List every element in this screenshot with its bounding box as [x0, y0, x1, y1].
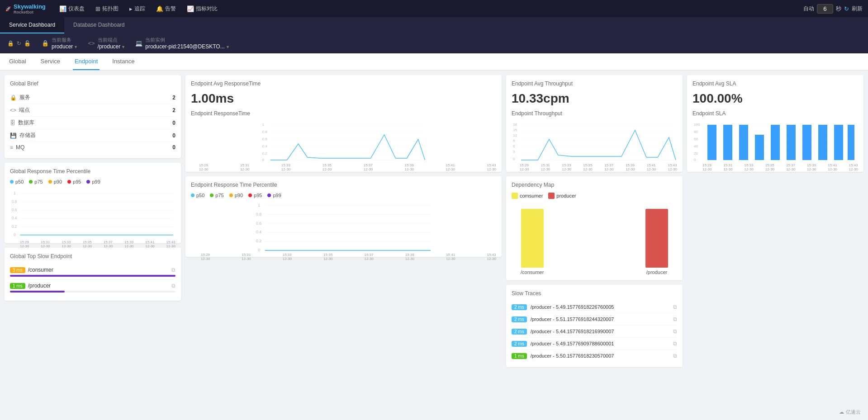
global-brief-card: Global Brief 🔒 服务 2 <> 端点 2 🗄 数据库 [5, 75, 181, 158]
tab-service[interactable]: Service [39, 53, 62, 70]
trace-name-2: /producer - 5.51.15776918244320007 [531, 316, 669, 322]
p75-dot [29, 180, 33, 184]
trace-ms-3: 2 ms [512, 329, 527, 335]
dep-producer-bar [645, 209, 668, 268]
ep-p50-dot [191, 193, 194, 197]
endpoint-sla-svg: 100 80 60 40 20 0 [693, 121, 858, 162]
tab-database-dashboard[interactable]: Database Dashboard [64, 17, 133, 33]
metrics-icon: 📈 [187, 5, 194, 12]
global-percentile-legend: p50 p75 p90 p95 p99 [10, 179, 175, 184]
endpoint-chevron-icon: ▾ [122, 44, 124, 49]
ep-legend-p90: p90 [229, 193, 243, 198]
endpoint-value[interactable]: /producer ▾ [98, 43, 125, 50]
slow-ep-consumer-bar [10, 275, 175, 277]
sla-bar-4 [755, 135, 764, 160]
nav-dashboard[interactable]: 📊 仪表盘 [55, 3, 89, 14]
lock-selector: 🔒 ↻ 🔓 [7, 40, 31, 47]
dep-consumer-name: /consumer [521, 269, 544, 275]
legend-p90: p90 [48, 179, 62, 184]
tab-instance[interactable]: Instance [110, 53, 136, 70]
brief-row-service: 🔒 服务 2 [10, 91, 175, 104]
nav-trace[interactable]: ▸ 追踪 [125, 3, 150, 14]
sla-panel: Endpoint Avg SLA 100.00% Endpoint SLA 10… [687, 75, 863, 367]
nav-metrics[interactable]: 📈 指标对比 [182, 3, 222, 14]
dep-consumer-group: /consumer [521, 209, 544, 275]
trace-row-2: 2 ms /producer - 5.51.15776918244320007 … [512, 313, 677, 326]
legend-p50: p50 [10, 179, 24, 184]
service-value-text: producer [52, 43, 73, 50]
ep-p99-label: p99 [273, 193, 281, 198]
sla-bar-6 [787, 125, 796, 160]
trace-copy-1[interactable]: ⧉ [673, 304, 677, 310]
mq-icon: ≡ [10, 144, 13, 151]
endpoint-throughput-chart-title: Endpoint Throughput [512, 110, 677, 117]
top-navigation: 🚀 Skywalking Rocketbot 📊 仪表盘 ⊞ 拓扑图 ▸ 追踪 … [0, 0, 868, 17]
svg-text:0.4: 0.4 [12, 216, 17, 220]
svg-text:1: 1 [14, 191, 16, 195]
global-top-slow-card: Global Top Slow Endpoint 3 ms /consumer … [5, 248, 181, 301]
dep-producer-group: /producer [645, 209, 668, 275]
ep-p90-label: p90 [235, 193, 243, 198]
dep-producer-box [548, 193, 555, 199]
brand-sub: Rocketbot [14, 10, 46, 14]
slow-ep-consumer-copy-icon[interactable]: ⧉ [171, 267, 175, 273]
endpoint-avg-response-title: Endpoint Avg ResponseTime [191, 80, 496, 87]
endpoint-response-svg: 1 0.8 0.6 0.4 0.2 0 [191, 121, 496, 162]
alert-icon: 🔔 [156, 5, 163, 12]
trace-copy-5[interactable]: ⧉ [673, 353, 677, 359]
svg-text:0.6: 0.6 [256, 221, 261, 226]
brief-storage-label: 存储器 [19, 132, 36, 139]
trace-name-1: /producer - 5.49.15776918226760005 [531, 304, 669, 310]
svg-text:0: 0 [262, 158, 265, 162]
dep-consumer-label: comsumer [520, 193, 543, 198]
ep-p99-dot [267, 193, 271, 197]
nav-alert[interactable]: 🔔 告警 [152, 3, 180, 14]
slow-ep-producer-copy-icon[interactable]: ⧉ [171, 283, 175, 289]
endpoint-icon: <> [10, 107, 16, 113]
tab-instance-label: Instance [112, 58, 134, 65]
legend-p95: p95 [67, 179, 81, 184]
trace-copy-4[interactable]: ⧉ [673, 340, 677, 347]
svg-text:0.8: 0.8 [12, 200, 17, 204]
sla-bar-9 [834, 125, 843, 160]
trace-ms-5: 1 ms [512, 353, 527, 359]
endpoint-avg-sla-title: Endpoint Avg SLA [693, 80, 858, 87]
tab-global[interactable]: Global [7, 53, 28, 70]
ep-p95-dot [248, 193, 252, 197]
dashboard-tabs: Service Dashboard Database Dashboard [0, 17, 868, 33]
dep-consumer-box [512, 193, 518, 199]
svg-text:0: 0 [694, 158, 696, 162]
svg-text:40: 40 [694, 144, 698, 148]
endpoint-avg-throughput-title: Endpoint Avg Throughput [512, 80, 677, 87]
trace-copy-2[interactable]: ⧉ [673, 316, 677, 322]
svg-text:0.2: 0.2 [12, 225, 17, 229]
lock-icon2: 🔓 [24, 40, 31, 47]
tab-endpoint[interactable]: Endpoint [73, 53, 100, 70]
service-selector[interactable]: 🔒 当前服务 producer ▾ [42, 37, 77, 50]
trace-copy-3[interactable]: ⧉ [673, 328, 677, 335]
dashboard-icon: 📊 [59, 5, 66, 12]
svg-text:0.6: 0.6 [12, 208, 17, 212]
brief-service-count: 2 [172, 94, 175, 101]
refresh-button[interactable]: ↻ [844, 5, 849, 12]
tab-database-dashboard-label: Database Dashboard [73, 22, 124, 28]
dep-legend-producer: producer [548, 193, 576, 199]
global-top-slow-title: Global Top Slow Endpoint [10, 253, 175, 260]
endpoint-percentile-chart: 1 0.8 0.6 0.4 0.2 0 15:2912-3015:3112-30… [191, 202, 496, 251]
instance-selector[interactable]: 💻 当前实例 producer-pid:21540@DESKTO... ▾ [135, 37, 228, 50]
sla-bar-5 [771, 125, 780, 160]
p99-dot [86, 180, 90, 184]
brand-icon: 🚀 [5, 6, 11, 11]
endpoint-selector[interactable]: <> 当前端点 /producer ▾ [88, 37, 124, 50]
trace-icon: ▸ [129, 5, 133, 12]
service-value[interactable]: producer ▾ [52, 43, 77, 50]
ep-legend-p99: p99 [267, 193, 281, 198]
seconds-input[interactable]: 6 [817, 4, 833, 14]
sla-bar-1 [707, 125, 716, 160]
nav-topology[interactable]: ⊞ 拓扑图 [91, 3, 123, 14]
tab-service-dashboard[interactable]: Service Dashboard [0, 17, 64, 33]
global-percentile-svg: 1 0.8 0.6 0.4 0.2 0 [10, 188, 175, 238]
svg-text:0.6: 0.6 [262, 137, 268, 141]
instance-value[interactable]: producer-pid:21540@DESKTO... ▾ [145, 43, 228, 50]
svg-text:3: 3 [513, 150, 515, 154]
